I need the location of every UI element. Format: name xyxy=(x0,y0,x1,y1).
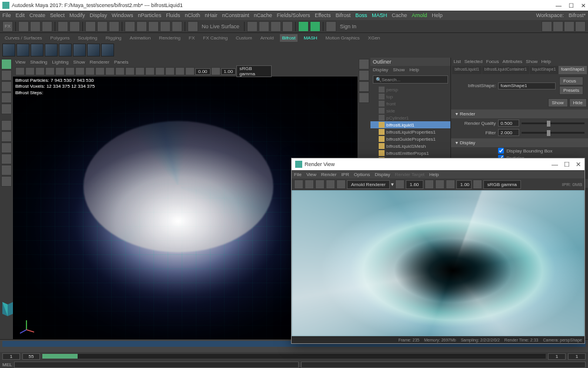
tab-liquidshape[interactable]: liquidShape1 xyxy=(530,66,558,74)
rotate-tool[interactable] xyxy=(1,92,12,103)
select-tool[interactable] xyxy=(1,59,12,69)
node-name-field[interactable]: foamShape1 xyxy=(498,82,556,89)
section-display[interactable]: Display xyxy=(451,138,588,147)
shelftab-curves[interactable]: Curves / Surfaces xyxy=(2,34,45,42)
tab-container[interactable]: bifrostLiquidContainer1 xyxy=(482,66,529,74)
shelftab-rigging[interactable]: Rigging xyxy=(103,34,123,42)
outliner-search[interactable]: 🔍 Search... xyxy=(373,75,448,84)
account-icon[interactable] xyxy=(326,21,336,32)
menu-select[interactable]: Select xyxy=(50,12,65,18)
renderview-titlebar[interactable]: Render View —☐✕ xyxy=(292,158,584,170)
move-tool[interactable] xyxy=(1,81,12,92)
vp-tool-2[interactable] xyxy=(25,67,35,75)
menu-display[interactable]: Display xyxy=(90,12,108,18)
vp-tool-3[interactable] xyxy=(35,67,45,75)
rv-remove-btn[interactable] xyxy=(435,180,445,189)
ae-list[interactable]: List xyxy=(453,59,460,65)
presets-button[interactable]: Presets xyxy=(559,86,583,95)
vp-gamma-val[interactable]: 1.00 xyxy=(221,68,236,75)
tab-bifrostliquid[interactable]: bifrostLiquid1 xyxy=(452,66,482,74)
menu-effects[interactable]: Effects xyxy=(315,12,330,18)
vp-tool-14[interactable] xyxy=(145,67,155,75)
render-button[interactable] xyxy=(259,21,269,32)
vp-tool-16[interactable] xyxy=(165,67,175,75)
outliner-item[interactable]: pCylinder1 xyxy=(370,114,450,121)
close-button[interactable]: ✕ xyxy=(581,2,586,9)
ae-help[interactable]: Help xyxy=(541,59,550,65)
snap-curve-button[interactable] xyxy=(136,21,147,32)
signin-label[interactable]: Sign In xyxy=(338,24,359,29)
menu-nconstraint[interactable]: nConstraint xyxy=(222,12,249,18)
rv-min[interactable]: — xyxy=(552,161,558,168)
menu-fields[interactable]: Fields/Solvers xyxy=(277,12,310,18)
redo-button[interactable] xyxy=(69,21,80,32)
snap-point-button[interactable] xyxy=(148,21,159,32)
pause-button[interactable] xyxy=(310,21,320,32)
vp-tool-19[interactable] xyxy=(211,67,220,75)
rv-close[interactable]: ✕ xyxy=(576,161,581,168)
rv-help[interactable]: Help xyxy=(429,172,439,177)
shelf-icon-4[interactable] xyxy=(45,44,58,57)
outliner-help[interactable]: Help xyxy=(409,67,419,73)
rv-keep-btn[interactable] xyxy=(425,180,434,189)
maximize-button[interactable]: ☐ xyxy=(569,2,574,9)
shelf-icon-3[interactable] xyxy=(31,44,44,57)
vp-show[interactable]: Show xyxy=(74,59,85,65)
outliner-item[interactable]: bifrostLiquidProperties1 xyxy=(370,128,450,135)
outliner-show[interactable]: Show xyxy=(393,67,405,73)
rv-view[interactable]: View xyxy=(306,172,316,177)
vp-tool-7[interactable] xyxy=(75,67,85,75)
shelftab-fx[interactable]: FX xyxy=(186,34,197,42)
vp-panels[interactable]: Panels xyxy=(114,59,128,65)
scale-tool[interactable] xyxy=(1,104,12,114)
rv-options[interactable]: Options xyxy=(354,172,370,177)
filter-slider[interactable] xyxy=(522,132,584,134)
snap-grid-button[interactable] xyxy=(125,21,135,32)
snap-live-button[interactable] xyxy=(172,21,182,32)
menu-bifrost[interactable]: Bifrost xyxy=(336,12,351,18)
ae-focus[interactable]: Focus xyxy=(486,59,499,65)
shelftab-sculpting[interactable]: Sculpting xyxy=(76,34,100,42)
rv-ipr-btn[interactable] xyxy=(326,180,335,189)
layout-button-1[interactable] xyxy=(542,21,552,32)
modeling-toolkit-button[interactable] xyxy=(359,92,369,103)
outliner-item[interactable]: bifrostLiquid1 xyxy=(370,121,450,128)
vp-colorspace[interactable]: sRGB gamma xyxy=(236,65,272,77)
vp-tool-4[interactable] xyxy=(45,67,55,75)
vp-tool-11[interactable] xyxy=(115,67,125,75)
tool-settings-button[interactable] xyxy=(359,81,369,92)
rv-render[interactable]: Render xyxy=(321,172,336,177)
section-render[interactable]: Render xyxy=(451,110,588,118)
menu-windows[interactable]: Windows xyxy=(112,12,133,18)
shelf-icon-5[interactable] xyxy=(59,44,72,57)
focus-button[interactable]: Focus xyxy=(559,77,583,85)
layout-button-2[interactable] xyxy=(553,21,563,32)
shelf-icon-6[interactable] xyxy=(73,44,86,57)
render-quality-field[interactable]: 0.500 xyxy=(498,120,519,127)
vp-tool-12[interactable] xyxy=(125,67,135,75)
vp-lighting[interactable]: Lighting xyxy=(52,59,69,65)
render-settings-button[interactable] xyxy=(282,21,293,32)
playback-start[interactable]: 55 xyxy=(22,353,40,360)
range-end[interactable]: 1 xyxy=(568,353,586,360)
outliner-item[interactable]: front xyxy=(370,100,450,107)
chk-bbox[interactable] xyxy=(498,148,504,154)
select-mode-button[interactable] xyxy=(85,21,96,32)
layout-button-3[interactable] xyxy=(564,21,574,32)
menuset-dropdown[interactable]: FX xyxy=(2,21,13,32)
shelftab-polygons[interactable]: Polygons xyxy=(48,34,72,42)
save-scene-button[interactable] xyxy=(42,21,52,32)
range-track[interactable] xyxy=(42,354,546,359)
rv-save-btn[interactable] xyxy=(446,180,455,189)
menu-nhair[interactable]: nHair xyxy=(205,12,218,18)
vp-view[interactable]: View xyxy=(15,59,25,65)
mel-label[interactable]: MEL xyxy=(2,362,12,367)
ae-show[interactable]: Show xyxy=(526,59,537,65)
shelftab-fxcaching[interactable]: FX Caching xyxy=(201,34,230,42)
ae-attributes[interactable]: Attributes xyxy=(503,59,523,65)
vp-tool-15[interactable] xyxy=(155,67,165,75)
menu-fluids[interactable]: Fluids xyxy=(166,12,180,18)
vp-shading[interactable]: Shading xyxy=(30,59,47,65)
menu-nparticles[interactable]: nParticles xyxy=(138,12,162,18)
construction-history-button[interactable] xyxy=(247,21,258,32)
